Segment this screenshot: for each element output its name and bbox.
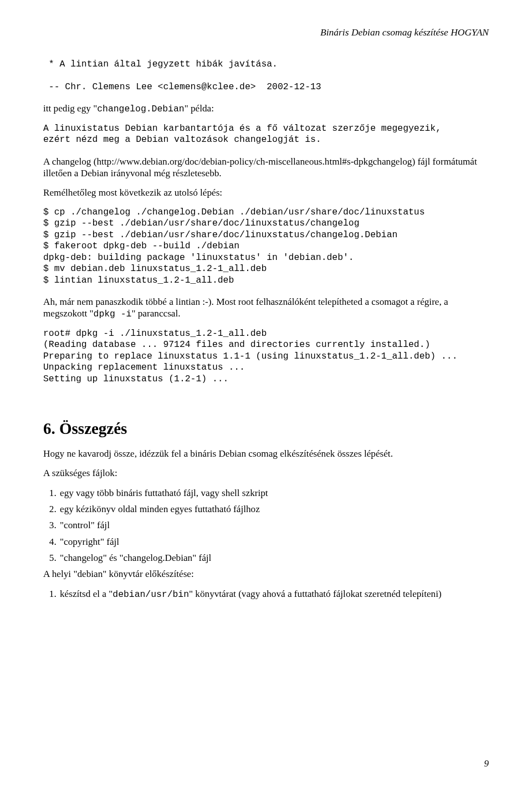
text-span: " példa: <box>185 103 214 114</box>
paragraph-lintian-ok: Ah, már nem panaszkodik többé a lintian … <box>43 296 489 320</box>
text-span: " paranccsal. <box>131 308 180 319</box>
page-container: Bináris Debian csomag készítése HOGYAN *… <box>0 0 532 787</box>
page-number: 9 <box>484 758 489 769</box>
code-block-changelog-entry: * A lintian által jegyzett hibák javítás… <box>43 59 489 93</box>
ordered-list-required-files: egy vagy több bináris futtatható fájl, v… <box>43 487 489 564</box>
paragraph-summary-intro: Hogy ne kavarodj össze, idézzük fel a bi… <box>43 448 489 459</box>
code-block-dpkg-install: root# dpkg -i ./linuxstatus_1.2-1_all.de… <box>43 328 489 385</box>
inline-code: dpkg -i <box>94 309 132 319</box>
list-item: egy kézikönyv oldal minden egyes futtath… <box>59 503 489 515</box>
code-block-build-commands: $ cp ./changelog ./changelog.Debian ./de… <box>43 207 489 287</box>
paragraph-changelog-format: A changelog (http://www.debian.org/doc/d… <box>43 156 489 180</box>
paragraph-prep-debian-dir: A helyi "debian" könyvtár előkészítése: <box>43 568 489 580</box>
list-item: készítsd el a "debian/usr/bin" könyvtára… <box>59 588 489 600</box>
list-item: egy vagy több bináris futtatható fájl, v… <box>59 487 489 499</box>
paragraph-last-step: Remélhetőleg most következik az utolsó l… <box>43 187 489 198</box>
text-span: itt pedig egy " <box>43 103 97 114</box>
inline-code: changelog.Debian <box>97 104 184 114</box>
running-header: Bináris Debian csomag készítése HOGYAN <box>43 27 489 39</box>
list-item: "copyright" fájl <box>59 536 489 548</box>
section-heading-summary: 6. Összegzés <box>43 419 489 439</box>
text-span: készítsd el a " <box>60 589 112 599</box>
list-item: "changelog" és "changelog.Debian" fájl <box>59 552 489 564</box>
ordered-list-prep-steps: készítsd el a "debian/usr/bin" könyvtára… <box>43 588 489 600</box>
paragraph-required-files: A szükséges fájlok: <box>43 467 489 479</box>
inline-code: debian/usr/bin <box>112 589 189 600</box>
code-block-changelog-debian: A linuxistatus Debian karbantartója és a… <box>43 123 489 146</box>
text-span: " könyvtárat (vagy ahová a futtatható fá… <box>189 589 442 599</box>
paragraph-changelog-debian-intro: itt pedig egy "changelog.Debian" példa: <box>43 103 489 115</box>
list-item: "control" fájl <box>59 519 489 531</box>
